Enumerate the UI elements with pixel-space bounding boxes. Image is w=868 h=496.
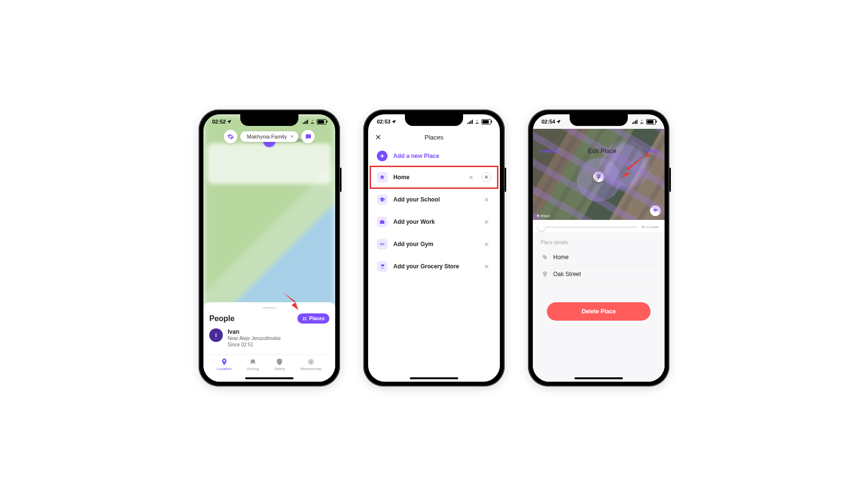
car-icon [249,358,257,366]
signal-icon [303,120,308,124]
notch [240,114,298,126]
briefcase-icon [377,217,388,227]
place-label: Add your School [393,196,476,203]
location-services-icon [556,119,561,124]
place-name-value: Home [553,254,569,261]
avatar: I [209,328,223,342]
notch [405,114,463,126]
map-style-toggle[interactable] [650,205,661,216]
plus-icon: + [377,151,388,161]
map-pin[interactable] [593,171,604,182]
home-indicator [410,377,458,379]
place-row-work[interactable]: Add your Work ✕ [370,211,498,233]
map-preview[interactable]: CANCEL Edit Place SAVE Maps [533,129,665,220]
tab-driving[interactable]: Driving [247,358,259,371]
radius-slider[interactable] [539,227,637,228]
wifi-icon [310,120,315,124]
radius-slider-row: 76 m zone [533,220,665,232]
signal-icon [632,120,637,124]
notch [570,114,628,126]
places-button[interactable]: Places [297,313,329,324]
person-row[interactable]: I Ivan Near Aleje Jerozolimskie Since 02… [209,328,329,348]
add-new-place-button[interactable]: + Add a new Place [370,146,498,166]
location-services-icon [391,119,396,124]
dumbbell-icon [377,239,388,249]
home-indicator [574,377,623,379]
apple-icon [536,214,540,218]
tab-membership[interactable]: Membership [300,358,322,371]
remove-button[interactable]: ✕ [482,196,491,203]
alerts-button[interactable] [481,172,491,182]
map-attribution: Maps [536,214,550,218]
status-time: 02:53 [377,119,390,124]
home-icon [377,172,388,183]
add-new-place-label: Add a new Place [393,153,439,159]
wifi-icon [639,120,645,124]
cart-icon [377,261,388,272]
tag-icon [542,254,548,261]
layers-icon [652,208,658,214]
family-selector[interactable]: Makhynia Family [240,131,299,142]
section-heading: Place details [541,240,657,245]
tab-safety[interactable]: Safety [274,358,285,371]
people-panel[interactable]: People Places I Ivan Near Aleje Jerozoli… [203,302,335,382]
annotation-arrow-icon [281,291,300,310]
remove-button[interactable]: ✕ [482,263,491,270]
battery-icon [317,119,326,124]
address-field[interactable]: Oak Street [540,266,658,283]
bell-icon [484,175,489,180]
messages-button[interactable] [301,130,315,143]
battery-icon [646,119,656,124]
place-name-field[interactable]: Home [540,249,658,266]
place-row-gym[interactable]: Add your Gym ✕ [370,233,498,255]
remove-button[interactable]: ✕ [482,218,491,226]
family-name: Makhynia Family [247,134,287,140]
home-indicator [245,377,294,379]
place-row-school[interactable]: Add your School ✕ [370,188,498,211]
phone-1: 02:52 Montreal Makhynia Family [199,109,340,387]
wifi-icon [474,120,480,124]
radius-value: 76 m zone [641,225,659,229]
pin-outline-icon [542,271,548,278]
phone-2: 02:53 ✕ Places + Add a new Place [363,109,505,387]
settings-button[interactable] [224,130,237,143]
person-since: Since 02:51 [228,341,281,348]
phone-3: 02:54 CANCEL Edit Place SAVE [528,109,669,387]
remove-button[interactable]: ✕ [466,174,476,181]
school-icon [377,194,388,205]
place-row-home[interactable]: Home ✕ [370,166,498,188]
page-title: Edit Place [585,146,620,155]
signal-icon [467,120,473,124]
status-time: 02:52 [212,119,226,124]
place-label: Add your Gym [393,241,476,248]
place-row-grocery[interactable]: Add your Grocery Store ✕ [370,255,498,278]
battery-icon [481,119,491,124]
geofence-radius [577,158,620,202]
drag-handle[interactable] [263,307,276,309]
remove-button[interactable]: ✕ [482,241,491,248]
people-heading: People [209,314,234,323]
address-value: Oak Street [553,271,581,278]
gear-icon [227,133,234,140]
place-label: Home [393,174,461,181]
status-time: 02:54 [542,119,555,124]
page-title: Places [424,134,443,141]
annotation-arrow-icon [621,151,650,178]
place-label: Add your Work [393,218,476,225]
tab-location[interactable]: Location [217,358,232,371]
location-services-icon [227,119,232,124]
svg-point-0 [310,361,312,363]
delete-place-button[interactable]: Delete Place [547,302,651,321]
places-button-label: Places [309,316,325,321]
place-label: Add your Grocery Store [393,263,476,270]
tab-bar: Location Driving Safety Membership [209,355,329,371]
shield-icon [276,358,283,366]
pin-icon [596,174,602,180]
close-button[interactable]: ✕ [375,133,381,142]
places-icon [302,316,307,321]
map-info-card-blurred [207,143,331,184]
cancel-button[interactable]: CANCEL [540,149,558,154]
location-pin-icon [220,358,228,366]
person-location: Near Aleje Jerozolimskie [228,335,281,341]
person-name: Ivan [228,328,281,335]
